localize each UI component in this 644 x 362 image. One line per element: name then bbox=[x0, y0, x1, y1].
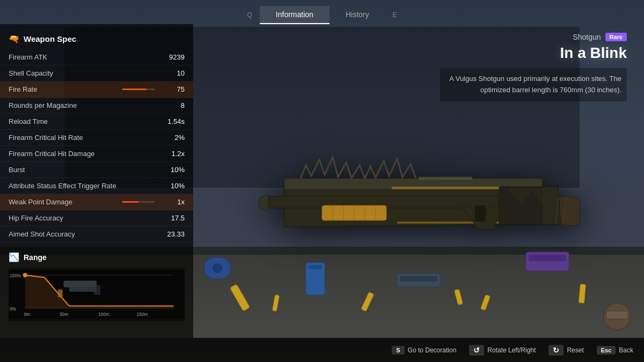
nav-tabs: Q Information History E bbox=[0, 0, 644, 24]
weak-point-bar bbox=[122, 201, 155, 203]
stat-value-crit-rate: 2% bbox=[158, 134, 185, 142]
stat-row-weak-point: Weak Point Damage 1x bbox=[0, 194, 193, 210]
fire-rate-bar-container: 75 bbox=[122, 85, 185, 93]
weapon-type: Shotgun bbox=[573, 33, 601, 41]
stat-row-crit-rate: Firearm Critical Hit Rate 2% bbox=[0, 130, 193, 146]
svg-rect-32 bbox=[230, 284, 250, 311]
stat-value-aimed: 23.33 bbox=[158, 230, 185, 238]
svg-text:50m: 50m bbox=[60, 312, 68, 317]
range-chart: 100% 0% 0m 50m 100m 150m bbox=[9, 268, 185, 321]
stat-label-crit-dmg: Firearm Critical Hit Damage bbox=[9, 150, 158, 158]
stat-value-weak-point: 1x bbox=[158, 198, 185, 206]
svg-rect-26 bbox=[419, 177, 472, 180]
svg-rect-45 bbox=[606, 311, 628, 319]
weak-point-bar-fill bbox=[122, 201, 138, 203]
stat-value-hip-fire: 17.5 bbox=[158, 214, 185, 222]
stat-label-weak-point: Weak Point Damage bbox=[9, 198, 122, 206]
stat-label-burst: Burst bbox=[9, 166, 158, 174]
range-header: 📉 Range bbox=[9, 252, 185, 262]
tab-history[interactable]: History bbox=[330, 6, 385, 24]
stat-label-aimed: Aimed Shot Accuracy bbox=[9, 230, 158, 238]
svg-rect-14 bbox=[58, 290, 62, 297]
svg-rect-36 bbox=[361, 292, 374, 311]
stat-row-burst: Burst 10% bbox=[0, 162, 193, 178]
floor-items-svg bbox=[193, 241, 644, 338]
action-back-label: Back bbox=[619, 346, 633, 354]
action-back: Esc Back bbox=[597, 346, 633, 354]
svg-rect-42 bbox=[529, 255, 566, 261]
svg-point-31 bbox=[213, 264, 222, 272]
key-reset-icon: ↻ bbox=[548, 345, 564, 356]
stat-label-reload: Reload Time bbox=[9, 117, 158, 125]
range-chart-svg: 100% 0% 0m 50m 100m 150m bbox=[9, 268, 185, 321]
stat-label-firearm-atk: Firearm ATK bbox=[9, 53, 158, 61]
weapon-spec-label: Weapon Spec bbox=[24, 34, 76, 43]
svg-rect-40 bbox=[480, 294, 490, 310]
stat-label-hip-fire: Hip Fire Accuracy bbox=[9, 214, 158, 222]
action-decoration: S Go to Decoration bbox=[392, 346, 456, 354]
weapon-svg bbox=[236, 112, 601, 251]
svg-text:150m: 150m bbox=[137, 312, 148, 317]
stat-row-firearm-atk: Firearm ATK 9239 bbox=[0, 49, 193, 65]
stat-value-reload: 1.54s bbox=[158, 117, 185, 125]
weapon-spec-header: 🔫 Weapon Spec bbox=[0, 31, 193, 49]
svg-rect-38 bbox=[400, 276, 437, 282]
range-section: 📉 Range 100% 0% 0m 50m 100m 150m bbox=[0, 247, 193, 327]
stat-row-hip-fire: Hip Fire Accuracy 17.5 bbox=[0, 210, 193, 226]
bottom-bar: S Go to Decoration ↺ Rotate Left/Right ↻… bbox=[0, 338, 644, 362]
stat-value-shell-capacity: 10 bbox=[158, 69, 185, 77]
floor-items bbox=[193, 241, 644, 338]
action-reset: ↻ Reset bbox=[548, 345, 583, 356]
stat-value-firearm-atk: 9239 bbox=[158, 53, 185, 61]
svg-rect-12 bbox=[69, 287, 97, 292]
stats-list: Firearm ATK 9239 Shell Capacity 10 Fire … bbox=[0, 49, 193, 242]
svg-rect-39 bbox=[455, 289, 463, 305]
svg-rect-13 bbox=[94, 285, 100, 295]
svg-text:0%: 0% bbox=[10, 307, 16, 312]
stat-row-aimed: Aimed Shot Accuracy 23.33 bbox=[0, 226, 193, 242]
action-decoration-label: Go to Decoration bbox=[408, 346, 457, 354]
weapon-category-row: Shotgun Rare bbox=[440, 33, 627, 41]
range-icon: 📉 bbox=[9, 252, 19, 262]
stat-label-fire-rate: Fire Rate bbox=[9, 85, 122, 93]
stat-label-crit-rate: Firearm Critical Hit Rate bbox=[9, 134, 158, 142]
fire-rate-bar bbox=[122, 88, 155, 90]
stat-value-burst: 10% bbox=[158, 166, 185, 174]
action-reset-label: Reset bbox=[567, 346, 583, 354]
stat-row-status: Attribute Status Effect Trigger Rate 10% bbox=[0, 178, 193, 194]
svg-text:100%: 100% bbox=[10, 274, 21, 278]
stat-row-reload: Reload Time 1.54s bbox=[0, 114, 193, 130]
svg-rect-23 bbox=[392, 187, 499, 189]
stat-row-shell-capacity: Shell Capacity 10 bbox=[0, 65, 193, 82]
weapon-description: A Vulgus Shotgun used primarily at execu… bbox=[440, 68, 627, 101]
stat-row-crit-dmg: Firearm Critical Hit Damage 1.2x bbox=[0, 146, 193, 162]
range-label: Range bbox=[24, 253, 47, 262]
weak-point-bar-container: 1x bbox=[122, 198, 185, 206]
svg-rect-43 bbox=[579, 284, 586, 304]
tab-information[interactable]: Information bbox=[260, 6, 330, 24]
stat-value-status: 10% bbox=[158, 182, 185, 190]
right-panel: Shotgun Rare In a Blink A Vulgus Shotgun… bbox=[431, 24, 635, 110]
tab-e-key: E bbox=[385, 7, 404, 24]
key-rotate: ↺ bbox=[469, 345, 484, 356]
weapon-icon: 🔫 bbox=[9, 34, 19, 44]
svg-rect-11 bbox=[64, 280, 97, 287]
svg-text:100m: 100m bbox=[98, 312, 109, 317]
stat-value-fire-rate: 75 bbox=[158, 85, 185, 93]
key-s: S bbox=[392, 346, 404, 354]
stat-row-rounds: Rounds per Magazine 8 bbox=[0, 98, 193, 114]
left-panel: 🔫 Weapon Spec Firearm ATK 9239 Shell Cap… bbox=[0, 24, 193, 338]
key-esc: Esc bbox=[597, 346, 616, 354]
tab-q-key: Q bbox=[240, 7, 260, 24]
svg-rect-33 bbox=[272, 295, 279, 312]
action-rotate-label: Rotate Left/Right bbox=[487, 346, 536, 354]
weapon-name: In a Blink bbox=[440, 45, 627, 62]
stat-value-rounds: 8 bbox=[158, 101, 185, 109]
fire-rate-bar-fill bbox=[122, 88, 147, 90]
stat-label-status: Attribute Status Effect Trigger Rate bbox=[9, 182, 158, 190]
stat-row-fire-rate: Fire Rate 75 bbox=[0, 82, 193, 98]
svg-text:0m: 0m bbox=[24, 312, 31, 317]
svg-rect-25 bbox=[475, 205, 486, 221]
stat-value-crit-dmg: 1.2x bbox=[158, 150, 185, 158]
svg-rect-35 bbox=[309, 265, 322, 269]
